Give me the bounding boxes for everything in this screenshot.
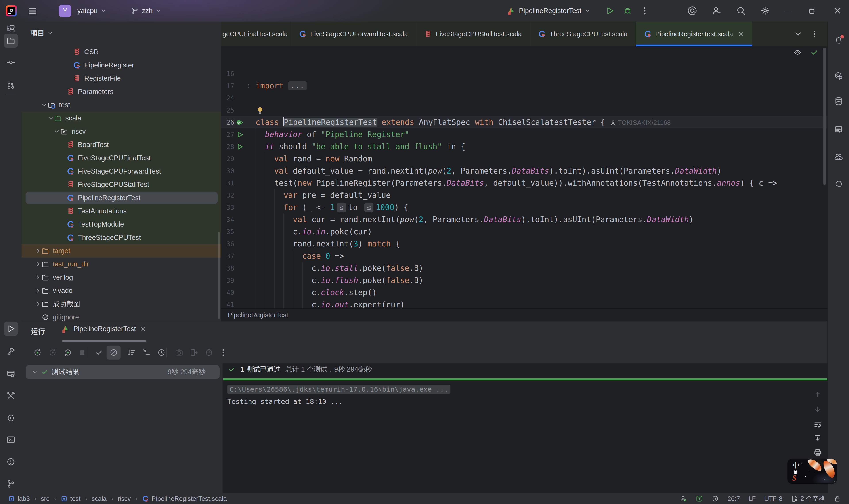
tree-item-item[interactable]: 成功截图	[22, 297, 221, 310]
test-results-row[interactable]: 测试结果 9秒 294毫秒	[26, 365, 219, 379]
show-ignored-icon[interactable]	[109, 348, 118, 357]
sort-by-duration-icon[interactable]	[157, 348, 166, 357]
tree-item-parameters[interactable]: Parameters	[22, 85, 221, 98]
ai-assistant-icon[interactable]	[687, 5, 697, 16]
scroll-up-icon[interactable]	[813, 390, 822, 399]
minimize-icon[interactable]	[783, 6, 792, 16]
tree-item-testtopmodule[interactable]: TestTopModule	[22, 218, 221, 231]
run-button[interactable]	[605, 6, 615, 16]
editor-scrollbar[interactable]	[823, 48, 826, 185]
run-test-passed-icon[interactable]	[236, 119, 243, 126]
branch-selector[interactable]: zzh	[130, 4, 163, 18]
close-icon[interactable]	[738, 31, 744, 37]
scroll-down-icon[interactable]	[813, 405, 822, 414]
rerun-icon[interactable]	[33, 348, 42, 357]
plugin-hexagon-icon[interactable]	[832, 177, 846, 191]
inspections-widget[interactable]	[793, 48, 818, 57]
tree-item-vivado[interactable]: vivado	[22, 284, 221, 297]
breadcrumb[interactable]: PipelineRegisterTest	[228, 311, 288, 319]
status-indent[interactable]: 2 个空格	[791, 494, 825, 503]
tree-item-csr[interactable]: CSR	[22, 45, 221, 58]
status-line-ending[interactable]: LF	[748, 495, 756, 502]
ai-assistant-icon[interactable]	[832, 69, 846, 83]
tree-item-verilog[interactable]: verilog	[22, 271, 221, 284]
tree-item-pipelineregistertest[interactable]: PipelineRegisterTest	[22, 191, 221, 204]
import-test-results-icon[interactable]	[190, 348, 199, 357]
reader-mode-eye-icon[interactable]	[793, 48, 802, 57]
stop-icon[interactable]	[78, 348, 87, 357]
tool-commit-icon[interactable]	[4, 55, 18, 69]
tree-item-fivestagecpuforwardtest[interactable]: FiveStageCPUForwardTest	[22, 165, 221, 178]
sogou-ime-widget[interactable]: 中 S	[788, 459, 837, 483]
tree-item-testannotations[interactable]: TestAnnotations	[22, 204, 221, 218]
tool-build-icon[interactable]	[4, 344, 18, 359]
intention-bulb-icon[interactable]	[256, 106, 265, 114]
project-panel-header[interactable]: 项目	[31, 28, 53, 38]
status-crumb-test[interactable]: test	[60, 495, 81, 502]
more-options-icon[interactable]	[219, 348, 228, 357]
chevron-down-icon[interactable]	[32, 369, 38, 375]
sogou-logo[interactable]: S	[792, 474, 796, 483]
tool-run-icon[interactable]	[4, 322, 18, 336]
database-icon[interactable]	[832, 94, 846, 108]
tree-item-target[interactable]: target	[22, 244, 221, 257]
tab-pipelineregistertest-scala[interactable]: PipelineRegisterTest.scala	[636, 22, 752, 47]
settings-gear-icon[interactable]	[760, 5, 770, 16]
console-output[interactable]: C:\Users\26586\.jdks\temurin-17.0.16\bin…	[227, 383, 450, 408]
tree-item-pipelineregister[interactable]: PipelineRegister	[22, 58, 221, 72]
tree-item-gitignore[interactable]: gitignore	[22, 310, 221, 321]
status-crumb-pipelineregistertest-scala[interactable]: PipelineRegisterTest.scala	[142, 495, 227, 502]
tab-options-icon[interactable]	[810, 30, 819, 38]
close-icon[interactable]	[140, 326, 146, 332]
status-encoding[interactable]: UTF-8	[764, 495, 782, 502]
screenshot-icon[interactable]	[175, 348, 183, 357]
status-user-verified[interactable]	[680, 495, 687, 502]
tool-terminal-icon[interactable]	[4, 433, 18, 447]
show-passed-icon[interactable]	[95, 348, 104, 357]
hidden-tabs-chevron-icon[interactable]	[794, 30, 802, 38]
tool-problems-icon[interactable]	[4, 455, 18, 469]
sort-by-suite-icon[interactable]	[127, 348, 136, 357]
tool-sbt-icon[interactable]	[4, 389, 18, 403]
close-icon[interactable]	[833, 6, 842, 16]
notifications-icon[interactable]	[832, 34, 846, 48]
tab-threestagecputest-scala[interactable]: ThreeStageCPUTest.scala	[530, 22, 636, 47]
tree-item-test-run-dir[interactable]: test_run_dir	[22, 257, 221, 271]
status-performance-gauge[interactable]	[711, 495, 719, 502]
status-crumb-scala[interactable]: scala	[92, 495, 107, 502]
tool-pull-requests-icon[interactable]	[4, 78, 18, 92]
search-icon[interactable]	[736, 5, 746, 16]
restore-icon[interactable]	[808, 6, 817, 16]
code-content[interactable]: import ...class PipelineRegisterTest ext…	[256, 68, 827, 321]
toggle-auto-test-icon[interactable]	[63, 348, 72, 357]
main-menu-icon[interactable]	[28, 6, 38, 16]
scroll-to-end-icon[interactable]	[813, 434, 822, 443]
tree-item-registerfile[interactable]: RegisterFile	[22, 72, 221, 85]
tree-item-fivestagecpufinaltest[interactable]: FiveStageCPUFinalTest	[22, 151, 221, 165]
tree-item-scala[interactable]: scala	[22, 112, 221, 125]
ime-mode-chinese[interactable]: 中	[793, 461, 799, 470]
tab-fivestagecpustalltest-scala[interactable]: FiveStageCPUStallTest.scala	[416, 22, 530, 47]
tree-item-threestagecputest[interactable]: ThreeStageCPUTest	[22, 231, 221, 244]
soft-wrap-icon[interactable]	[813, 420, 822, 429]
coverage-icon[interactable]	[204, 348, 213, 357]
documentation-icon[interactable]	[832, 122, 846, 137]
run-tab[interactable]: PipelineRegisterTest	[61, 324, 146, 334]
run-configuration-selector[interactable]: PipelineRegisterTest	[505, 4, 592, 18]
status-crumb-lab3[interactable]: lab3	[8, 495, 30, 502]
tool-version-control-icon[interactable]	[4, 477, 18, 491]
run-test-icon[interactable]	[236, 143, 243, 151]
tree-item-riscv[interactable]: riscv	[22, 125, 221, 138]
code-with-me-icon[interactable]	[711, 5, 722, 16]
author-inlay-hint[interactable]: TOKISAKIX\21168	[610, 119, 671, 126]
tool-services-icon[interactable]	[4, 367, 18, 381]
tree-item-boardtest[interactable]: BoardTest	[22, 138, 221, 151]
status-crumb-riscv[interactable]: riscv	[118, 495, 131, 502]
tool-profiler-icon[interactable]	[4, 411, 18, 425]
status-crumb-src[interactable]: src	[41, 495, 50, 502]
run-test-icon[interactable]	[236, 131, 243, 139]
codegeex-robot-icon[interactable]	[832, 150, 846, 164]
status-line-col[interactable]: 26:7	[727, 495, 740, 502]
tree-scrollbar[interactable]	[218, 232, 220, 320]
more-actions-icon[interactable]	[640, 6, 650, 16]
